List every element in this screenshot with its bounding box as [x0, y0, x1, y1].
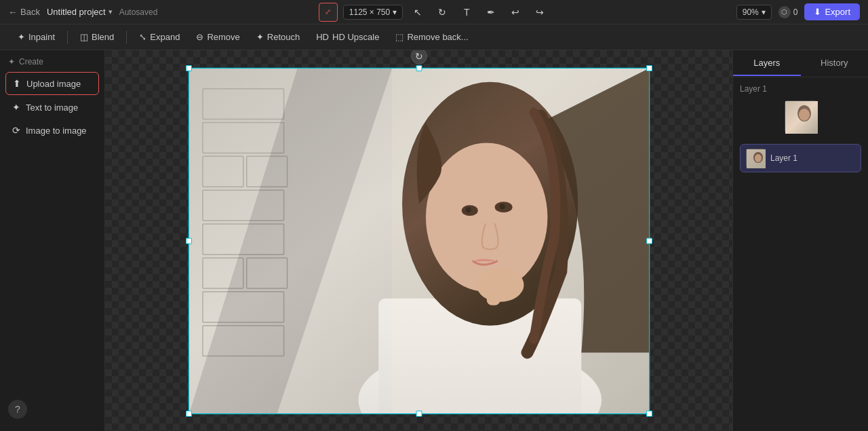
topbar-center: ⤢ 1125 × 750 ▾ ↖ ↻ T ✒ ↩ ↪	[292, 3, 576, 22]
retouch-label: Retouch	[267, 32, 300, 42]
expand-button[interactable]: ⤡ Expand	[132, 29, 186, 45]
rotate-tool-button[interactable]: ↻	[433, 3, 452, 22]
export-button[interactable]: ⬇ Export	[804, 3, 860, 20]
layers-panel-body: Layer 1	[733, 77, 868, 431]
back-arrow-icon: ←	[8, 7, 18, 18]
remove-button[interactable]: ⊖ Remove	[189, 29, 246, 45]
handle-bottom-middle[interactable]	[416, 411, 422, 417]
zoom-chevron-icon: ▾	[762, 7, 766, 17]
project-name[interactable]: Untitled project ▾	[47, 7, 113, 17]
undo-button[interactable]: ↩	[506, 3, 525, 22]
create-label: Create	[19, 57, 43, 67]
autosaved-status: Autosaved	[119, 7, 158, 17]
blend-button[interactable]: ◫ Blend	[73, 29, 121, 45]
tab-history[interactable]: History	[801, 51, 869, 76]
handle-bottom-left[interactable]	[186, 411, 192, 417]
divider2	[126, 31, 127, 44]
help-button[interactable]: ?	[8, 400, 27, 419]
canvas-size-button[interactable]: 1125 × 750 ▾	[343, 5, 403, 20]
crop-tool-button[interactable]: ⤢	[319, 3, 338, 22]
secondary-toolbar: ✦ Inpaint ◫ Blend ⤡ Expand ⊖ Remove ✦ Re…	[0, 24, 868, 50]
handle-top-right[interactable]	[646, 65, 652, 71]
redo-button[interactable]: ↪	[530, 3, 549, 22]
remove-back-icon: ⬚	[395, 32, 403, 42]
remove-icon: ⊖	[196, 32, 203, 42]
blend-icon: ◫	[80, 32, 88, 42]
layer-item-thumbnail	[746, 149, 765, 168]
retouch-icon: ✦	[256, 32, 264, 42]
sidebar-bottom: ?	[5, 394, 99, 424]
remove-back-label: Remove back...	[407, 32, 468, 42]
sidebar: ✦ Create ⬆ Upload image ✦ Text to image …	[0, 50, 105, 431]
layer-item-name: Layer 1	[770, 153, 797, 163]
blend-label: Blend	[92, 32, 114, 42]
inpaint-button[interactable]: ✦ Inpaint	[11, 29, 62, 45]
back-button[interactable]: ← Back	[8, 7, 40, 18]
zoom-level-button[interactable]: 90% ▾	[736, 5, 772, 20]
remove-label: Remove	[207, 32, 239, 42]
topbar: ← Back Untitled project ▾ Autosaved ⤢ 11…	[0, 0, 868, 24]
canvas-image	[189, 69, 649, 413]
image-to-image-icon: ⟳	[12, 125, 20, 136]
topbar-left: ← Back Untitled project ▾ Autosaved	[8, 7, 292, 18]
upload-icon: ⬆	[13, 78, 21, 89]
sidebar-item-text-to-image[interactable]: ✦ Text to image	[5, 96, 99, 118]
topbar-right: 90% ▾ ⬡ 0 ⬇ Export	[576, 3, 860, 20]
text-tool-button[interactable]: T	[457, 3, 476, 22]
handle-top-left[interactable]	[186, 65, 192, 71]
canvas-area[interactable]: ↻	[105, 50, 732, 431]
tab-layers[interactable]: Layers	[733, 51, 801, 76]
layer-header: Layer 1	[740, 84, 861, 94]
expand-label: Expand	[150, 32, 180, 42]
hd-upscale-label: HD Upscale	[332, 32, 379, 42]
back-label: Back	[20, 7, 40, 17]
main-area: ✦ Create ⬆ Upload image ✦ Text to image …	[0, 50, 868, 431]
right-panel: Layers History Layer 1	[732, 50, 868, 431]
divider	[67, 31, 68, 44]
create-section-label: ✦ Create	[5, 57, 99, 67]
zoom-level-text: 90%	[743, 7, 759, 17]
create-plus-icon: ✦	[8, 57, 15, 67]
hd-upscale-icon: HD	[316, 32, 329, 42]
handle-middle-right[interactable]	[646, 238, 652, 244]
layer-thumb-area	[740, 100, 861, 133]
layer-thumbnail	[785, 100, 817, 133]
text-to-image-label: Text to image	[26, 102, 78, 113]
badge-count: 0	[793, 7, 798, 17]
sidebar-item-upload-image[interactable]: ⬆ Upload image	[5, 72, 99, 95]
upload-image-label: Upload image	[26, 79, 81, 89]
layer-list-item[interactable]: Layer 1	[740, 144, 861, 172]
inpaint-label: Inpaint	[28, 32, 55, 42]
handle-bottom-right[interactable]	[646, 411, 652, 417]
remove-back-button[interactable]: ⬚ Remove back...	[389, 29, 475, 45]
svg-point-26	[799, 109, 810, 121]
badge-icon: ⬡	[778, 6, 791, 18]
export-icon: ⬇	[814, 7, 821, 17]
canvas-frame[interactable]: ↻	[189, 68, 650, 414]
canvas-size-text: 1125 × 750	[349, 7, 390, 17]
select-tool-button[interactable]: ↖	[408, 3, 427, 22]
hd-upscale-button[interactable]: HD HD Upscale	[309, 29, 386, 45]
handle-middle-left[interactable]	[186, 238, 192, 244]
svg-rect-23	[392, 69, 649, 413]
project-chevron-icon: ▾	[108, 7, 113, 16]
right-panel-tabs: Layers History	[733, 50, 868, 77]
pen-tool-button[interactable]: ✒	[481, 3, 500, 22]
export-label: Export	[825, 7, 850, 17]
inpaint-icon: ✦	[18, 32, 25, 42]
image-to-image-label: Image to image	[26, 126, 87, 136]
sidebar-item-image-to-image[interactable]: ⟳ Image to image	[5, 119, 99, 141]
text-to-image-icon: ✦	[12, 102, 20, 113]
handle-top-middle[interactable]	[416, 65, 422, 71]
retouch-button[interactable]: ✦ Retouch	[250, 29, 307, 45]
canvas-size-chevron-icon: ▾	[393, 7, 397, 17]
notifications-badge[interactable]: ⬡ 0	[778, 6, 798, 18]
svg-point-29	[755, 154, 762, 162]
expand-icon: ⤡	[139, 32, 146, 42]
project-name-text: Untitled project	[47, 7, 106, 17]
